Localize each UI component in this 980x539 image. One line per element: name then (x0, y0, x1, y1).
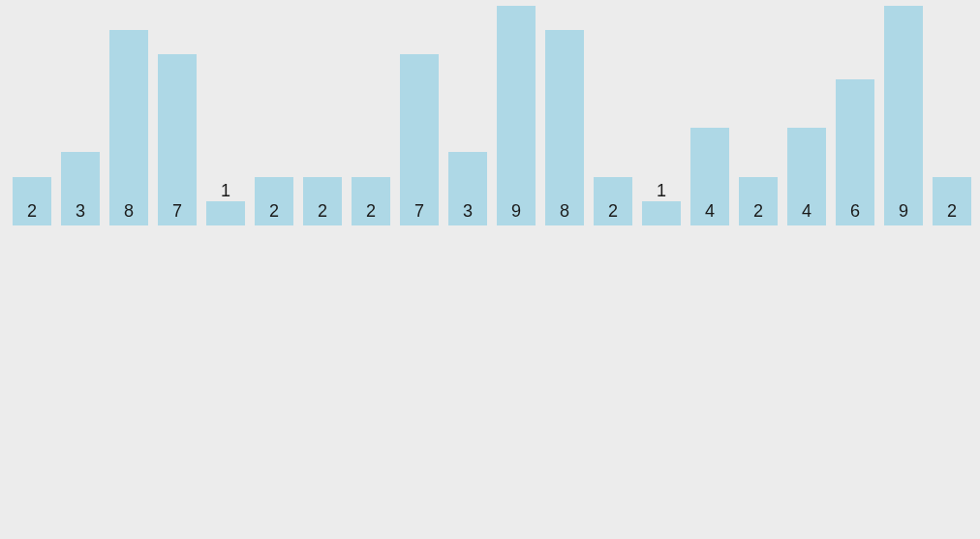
bar-label: 1 (642, 182, 681, 199)
bar-label: 4 (787, 202, 826, 220)
bar (642, 201, 681, 225)
bar-label: 2 (739, 202, 778, 220)
bar-label: 3 (61, 202, 100, 220)
bar-label: 2 (352, 202, 390, 220)
bar-chart: 23871222739821424692 (0, 0, 980, 225)
bar-label: 7 (400, 202, 439, 220)
bar (109, 30, 148, 225)
bar (158, 54, 197, 225)
bar-label: 8 (109, 202, 148, 220)
bar-label: 4 (690, 202, 729, 220)
bar (884, 6, 923, 225)
bar-label: 3 (448, 202, 487, 220)
bar-label: 8 (545, 202, 584, 220)
bar-label: 1 (206, 182, 245, 199)
bar (400, 54, 439, 225)
bar (545, 30, 584, 225)
bar (497, 6, 536, 225)
bar-label: 2 (303, 202, 342, 220)
bar-label: 2 (255, 202, 293, 220)
bar-label: 7 (158, 202, 197, 220)
bar (206, 201, 245, 225)
bar-label: 9 (497, 202, 536, 220)
bar-label: 2 (594, 202, 632, 220)
bar-label: 9 (884, 202, 923, 220)
bar-label: 6 (836, 202, 874, 220)
bar-label: 2 (13, 202, 51, 220)
bar-label: 2 (933, 202, 971, 220)
